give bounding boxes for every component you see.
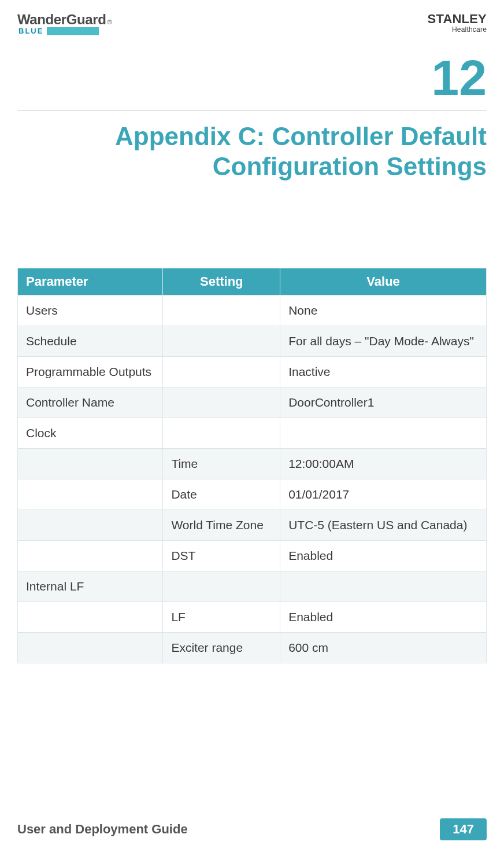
cell-value <box>280 571 487 601</box>
table-row: World Time Zone UTC-5 (Eastern US and Ca… <box>18 510 487 540</box>
cell-setting <box>163 571 280 601</box>
page-title: Appendix C: Controller Default Configura… <box>17 121 487 182</box>
cell-setting: DST <box>163 540 280 571</box>
cell-value: UTC-5 (Eastern US and Canada) <box>280 510 487 540</box>
col-header-setting: Setting <box>163 268 280 296</box>
table-row: Users None <box>18 295 487 326</box>
cell-parameter: Internal LF <box>18 571 163 601</box>
cell-parameter <box>18 479 163 510</box>
cell-parameter <box>18 601 163 632</box>
cell-value: Enabled <box>280 601 487 632</box>
cell-parameter: Programmable Outputs <box>18 356 163 387</box>
cell-parameter: Controller Name <box>18 387 163 418</box>
cell-value: None <box>280 295 487 326</box>
logo-wanderguard: WanderGuard ® BLUE <box>17 12 112 35</box>
table-header-row: Parameter Setting Value <box>18 268 487 296</box>
table-row: Date 01/01/2017 <box>18 479 487 510</box>
footer-doc-title: User and Deployment Guide <box>17 822 188 837</box>
cell-setting <box>163 326 280 356</box>
cell-setting: LF <box>163 601 280 632</box>
table-row: LF Enabled <box>18 601 487 632</box>
logo-wanderguard-text: WanderGuard <box>17 12 106 28</box>
cell-value: 01/01/2017 <box>280 479 487 510</box>
cell-parameter <box>18 448 163 479</box>
col-header-parameter: Parameter <box>18 268 163 296</box>
table-row: DST Enabled <box>18 540 487 571</box>
cell-setting <box>163 295 280 326</box>
logo-accent-bar <box>47 27 99 35</box>
table-row: Programmable Outputs Inactive <box>18 356 487 387</box>
logo-stanley-text: STANLEY <box>428 12 487 27</box>
page-footer: User and Deployment Guide 147 <box>17 818 487 840</box>
cell-value: Inactive <box>280 356 487 387</box>
title-line1: Appendix C: Controller Default <box>115 122 487 150</box>
cell-setting <box>163 387 280 418</box>
table-row: Clock <box>18 418 487 448</box>
cell-setting: Exciter range <box>163 632 280 663</box>
cell-parameter <box>18 632 163 663</box>
table-row: Controller Name DoorController1 <box>18 387 487 418</box>
logo-stanley-sub: Healthcare <box>428 25 487 34</box>
page-number-badge: 147 <box>440 818 487 840</box>
cell-value: 600 cm <box>280 632 487 663</box>
cell-value: For all days – "Day Mode- Always" <box>280 326 487 356</box>
cell-parameter: Clock <box>18 418 163 448</box>
settings-table: Parameter Setting Value Users None Sched… <box>17 268 487 663</box>
cell-setting: Time <box>163 448 280 479</box>
cell-setting <box>163 356 280 387</box>
table-row: Time 12:00:00AM <box>18 448 487 479</box>
table-row: Exciter range 600 cm <box>18 632 487 663</box>
table-row: Internal LF <box>18 571 487 601</box>
cell-parameter: Users <box>18 295 163 326</box>
cell-value <box>280 418 487 448</box>
cell-parameter <box>18 510 163 540</box>
cell-value: Enabled <box>280 540 487 571</box>
cell-value: 12:00:00AM <box>280 448 487 479</box>
cell-parameter <box>18 540 163 571</box>
cell-setting: Date <box>163 479 280 510</box>
registered-mark: ® <box>107 19 112 25</box>
cell-setting <box>163 418 280 448</box>
table-row: Schedule For all days – "Day Mode- Alway… <box>18 326 487 356</box>
title-line2: Configuration Settings <box>213 152 487 180</box>
logo-stanley: STANLEY Healthcare <box>428 12 487 34</box>
cell-parameter: Schedule <box>18 326 163 356</box>
chapter-number: 12 <box>17 53 487 102</box>
col-header-value: Value <box>280 268 487 296</box>
logo-wanderguard-sub: BLUE <box>18 27 43 35</box>
cell-setting: World Time Zone <box>163 510 280 540</box>
divider <box>17 110 487 111</box>
page-header: WanderGuard ® BLUE STANLEY Healthcare <box>17 12 487 35</box>
cell-value: DoorController1 <box>280 387 487 418</box>
